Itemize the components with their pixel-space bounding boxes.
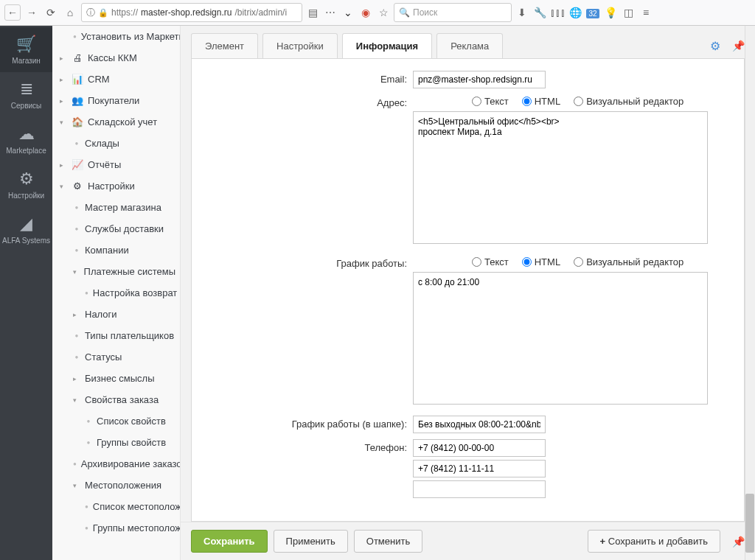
address-textarea[interactable] — [413, 111, 708, 244]
chevron-icon: ▸ — [60, 76, 67, 83]
pin-icon[interactable]: 📌 — [732, 40, 745, 52]
url-host: master-shop.redsign.ru — [141, 7, 232, 18]
sidebar-item-1[interactable]: ▸🖨Кассы ККМ — [52, 47, 180, 69]
back-button[interactable]: ← — [4, 4, 21, 21]
download-icon[interactable]: ⬇ — [515, 7, 529, 18]
gear-icon[interactable]: ⚙ — [710, 39, 720, 53]
sidebar-item-icon: 🖨 — [72, 52, 83, 63]
sidebar-item-label: Настройка возврат — [93, 287, 177, 298]
sidebar-item-7[interactable]: ▾⚙Настройки — [52, 175, 180, 197]
sidebar-item-label: Настройки — [88, 181, 135, 192]
phone-label: Телефон: — [206, 439, 413, 501]
sidebar-item-6[interactable]: ▸📈Отчёты — [52, 154, 180, 175]
scrollbar-thumb[interactable] — [745, 494, 754, 553]
radio-text-2[interactable]: Текст — [472, 256, 509, 267]
radio-text[interactable]: Текст — [472, 96, 509, 107]
sidebar-item-14[interactable]: ●Типы плательщиков — [52, 325, 180, 346]
rail-item-2[interactable]: ☁Marketplace — [0, 117, 52, 162]
sidebar-item-20[interactable]: ●Архивирование заказо — [52, 453, 180, 475]
sidebar-item-label: Мастер магазина — [85, 202, 161, 213]
sidebar-item-label: Группы местополож — [93, 522, 181, 533]
rail-item-0[interactable]: 🛒Магазин — [0, 27, 52, 72]
bullet-icon: ● — [85, 503, 88, 510]
footer-pin-icon[interactable]: 📌 — [732, 536, 745, 547]
sidebar-icon[interactable]: ◫ — [621, 7, 636, 18]
tab-информация[interactable]: Информация — [342, 33, 432, 58]
sidebar-item-21[interactable]: ▾Местоположения — [52, 475, 180, 496]
save-button[interactable]: Сохранить — [191, 530, 268, 553]
search-placeholder: Поиск — [413, 7, 437, 18]
chevron-icon: ▾ — [73, 396, 80, 404]
sidebar-item-19[interactable]: ●Группы свойств — [52, 432, 180, 453]
phone-input-1[interactable] — [413, 439, 546, 457]
more-icon[interactable]: ⋯ — [323, 7, 338, 18]
sidebar-item-3[interactable]: ▸👥Покупатели — [52, 90, 180, 111]
radio-html[interactable]: HTML — [522, 96, 560, 107]
sidebar-item-5[interactable]: ●Склады — [52, 133, 180, 154]
sidebar-item-9[interactable]: ●Службы доставки — [52, 218, 180, 239]
sidebar-item-10[interactable]: ●Компании — [52, 239, 180, 261]
main-panel: ЭлементНастройкиИнформацияРеклама ⚙ 📌 Em… — [181, 26, 755, 560]
form-area: Email: Адрес: Текст HTML Визуальный реда… — [191, 58, 745, 522]
ublock-icon[interactable]: ◉ — [358, 7, 373, 18]
rail-icon: 🛒 — [0, 35, 52, 54]
forward-button[interactable]: → — [24, 4, 40, 21]
search-box[interactable]: 🔍 Поиск — [394, 3, 512, 22]
bulb-icon[interactable]: 💡 — [603, 7, 618, 18]
radio-visual-2[interactable]: Визуальный редактор — [574, 256, 683, 267]
sidebar-item-22[interactable]: ●Список местополож — [52, 496, 180, 517]
phone-input-2[interactable] — [413, 460, 546, 477]
schedule-header-input[interactable] — [413, 416, 546, 433]
sidebar-item-4[interactable]: ▾🏠Складской учет — [52, 111, 180, 133]
library-icon[interactable]: ⫿⫿⫿ — [550, 7, 565, 18]
sidebar-item-2[interactable]: ▸📊CRM — [52, 69, 180, 90]
sidebar-item-12[interactable]: ●Настройка возврат — [52, 282, 180, 304]
rail-label: Сервисы — [0, 102, 52, 110]
sidebar-item-23[interactable]: ●Группы местополож — [52, 517, 180, 539]
reload-button[interactable]: ⟳ — [43, 4, 59, 21]
sidebar-item-13[interactable]: ▸Налоги — [52, 304, 180, 325]
sidebar-item-0[interactable]: ●Установить из Маркетп — [52, 26, 180, 47]
home-button[interactable]: ⌂ — [62, 4, 78, 21]
sidebar-item-label: Службы доставки — [85, 223, 164, 234]
phone-input-3[interactable] — [413, 480, 546, 498]
lock-icon: 🔒 — [98, 8, 108, 18]
reader-icon[interactable]: ▤ — [305, 7, 320, 18]
schedule-textarea[interactable] — [413, 272, 708, 405]
tab-элемент[interactable]: Элемент — [191, 33, 258, 58]
save-add-button[interactable]: Сохранить и добавить — [588, 530, 720, 553]
hamburger-icon[interactable]: ≡ — [639, 7, 653, 18]
chevron-icon: ▾ — [73, 268, 80, 276]
globe-icon[interactable]: 🌐 — [568, 7, 582, 18]
sidebar-item-label: Установить из Маркетп — [81, 31, 181, 42]
bookmark-icon[interactable]: ☆ — [376, 7, 391, 18]
apply-button[interactable]: Применить — [274, 530, 348, 553]
url-bar[interactable]: ⓘ 🔒 https://master-shop.redsign.ru/bitri… — [81, 3, 302, 22]
email-input[interactable] — [413, 71, 546, 88]
tab-реклама[interactable]: Реклама — [436, 33, 503, 58]
radio-visual[interactable]: Визуальный редактор — [574, 96, 683, 107]
sidebar-item-11[interactable]: ▾Платежные системы — [52, 261, 180, 282]
wrench-icon[interactable]: 🔧 — [532, 7, 547, 18]
sidebar-item-16[interactable]: ▸Бизнес смыслы — [52, 368, 180, 389]
rail-item-1[interactable]: ≣Сервисы — [0, 72, 52, 117]
sidebar-item-17[interactable]: ▾Свойства заказа — [52, 389, 180, 410]
sidebar-item-label: Покупатели — [88, 95, 139, 106]
sidebar-item-18[interactable]: ●Список свойств — [52, 410, 180, 432]
sidebar-item-15[interactable]: ●Статусы — [52, 346, 180, 368]
scrollbar[interactable] — [745, 26, 755, 560]
bullet-icon: ● — [85, 525, 88, 531]
sidebar-item-label: Налоги — [85, 309, 117, 320]
rail-item-4[interactable]: ◢ALFA Systems — [0, 207, 52, 252]
tab-настройки[interactable]: Настройки — [262, 33, 338, 58]
chevron-icon: ▸ — [60, 55, 67, 62]
pocket-icon[interactable]: ⌄ — [341, 7, 355, 18]
cancel-button[interactable]: Отменить — [354, 530, 422, 553]
sidebar-item-8[interactable]: ●Мастер магазина — [52, 197, 180, 218]
notif-badge[interactable]: 32 — [585, 7, 600, 18]
rail-item-3[interactable]: ⚙Настройки — [0, 162, 52, 207]
sidebar-item-label: Компании — [85, 245, 129, 256]
radio-html-2[interactable]: HTML — [522, 256, 560, 267]
sidebar-item-label: Платежные системы — [84, 266, 175, 277]
schedule-radio-group: Текст HTML Визуальный редактор — [413, 255, 729, 272]
